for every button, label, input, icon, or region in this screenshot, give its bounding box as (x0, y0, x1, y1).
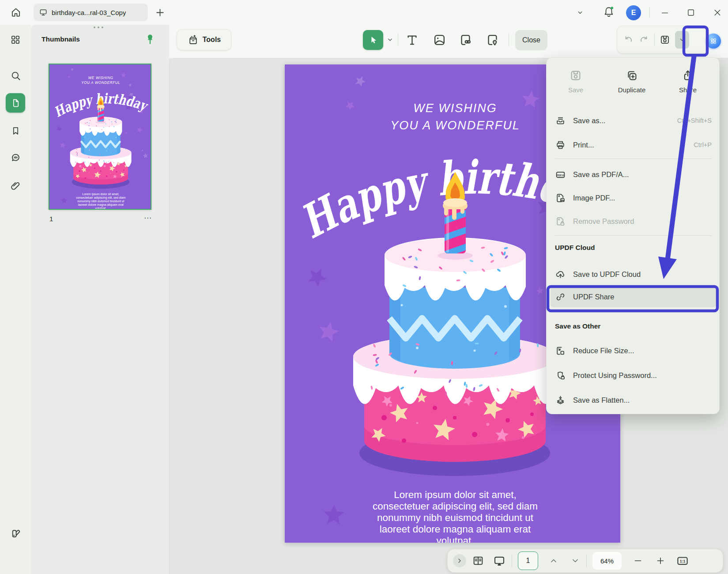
tools-button[interactable]: Tools (177, 29, 231, 50)
tab-title: birthday-ca...ral-03_Copy (52, 9, 126, 16)
zoom-out-button[interactable] (633, 555, 643, 566)
menu-item-updf-share[interactable]: UPDF Share (550, 288, 717, 306)
sidebar-item-stamps[interactable] (6, 523, 25, 543)
sidebar-item-apps[interactable] (6, 30, 25, 49)
pdfa-icon: PDF/A (555, 169, 566, 180)
zoom-in-button[interactable] (655, 555, 666, 566)
page-icon (10, 98, 21, 109)
two-page-view-icon[interactable] (472, 555, 484, 567)
notifications-button[interactable] (602, 5, 615, 19)
new-tab-button[interactable] (155, 7, 166, 18)
sidebar-item-bookmarks[interactable] (6, 121, 25, 140)
menu-section-save-as-other: Save as Other (555, 320, 600, 332)
comment-icon (10, 152, 22, 164)
menu-section-updf-cloud: UPDF Cloud (555, 242, 595, 254)
thumbnail-row-menu[interactable]: ⋯ (140, 213, 152, 223)
statusbar-divider (586, 554, 587, 567)
link-tool-button[interactable] (458, 33, 473, 47)
image-tool-button[interactable] (432, 33, 447, 47)
menu-item-remove-password[interactable]: Remove Password (550, 212, 717, 230)
select-tool-button[interactable] (363, 30, 383, 50)
tools-button-label: Tools (203, 36, 221, 44)
remove-password-icon (555, 216, 566, 227)
expand-statusbar-button[interactable] (453, 554, 466, 567)
ai-assistant-button[interactable] (706, 34, 721, 49)
avatar-initial: E (631, 9, 636, 17)
close-document-button[interactable]: Close (515, 30, 547, 50)
minimize-icon (660, 8, 670, 18)
notification-dot (611, 7, 613, 9)
minimize-button[interactable] (660, 8, 670, 18)
menu-duplicate-action[interactable]: Duplicate (605, 63, 658, 99)
menu-item-reduce-file-size[interactable]: Reduce File Size... (550, 342, 717, 359)
menu-item-save-as-pdfa[interactable]: PDF/A Save as PDF/A... (550, 166, 717, 183)
menu-item-save-as[interactable]: Save as... Ctrl+Shift+S (550, 112, 717, 129)
previous-page-button[interactable] (548, 555, 559, 566)
cloud-upload-icon (555, 269, 566, 280)
page-number-value: 1 (526, 557, 530, 565)
menu-divider (555, 159, 712, 159)
menu-item-protect-using-password[interactable]: Protect Using Password... (550, 366, 717, 384)
ai-sparkle-icon (709, 36, 718, 46)
sidebar-item-attachments[interactable] (6, 176, 25, 196)
menu-share-label: Share (679, 86, 697, 94)
sidebar-item-thumbnails[interactable] (6, 93, 25, 113)
pin-panel-button[interactable] (145, 34, 155, 47)
menu-save-action[interactable]: Save (549, 63, 602, 99)
sidebar-item-comments[interactable] (6, 148, 25, 167)
link-page-icon (458, 33, 473, 47)
page-number-input[interactable]: 1 (518, 551, 538, 570)
menu-item-save-to-updf-cloud[interactable]: Save to UPDF Cloud (550, 265, 717, 283)
menu-item-save-as-flatten[interactable]: Save as Flatten... (550, 391, 717, 409)
plus-icon (155, 7, 166, 18)
view-status-bar: 1 64% 1:1 (447, 549, 723, 573)
menu-duplicate-label: Duplicate (618, 86, 646, 94)
avatar[interactable]: E (626, 5, 641, 20)
save-options-expander[interactable] (675, 31, 689, 49)
actual-size-button[interactable]: 1:1 (676, 554, 689, 567)
pin-page-icon (485, 33, 500, 47)
maximize-button[interactable] (686, 8, 696, 18)
document-tab[interactable]: birthday-ca...ral-03_Copy (34, 4, 148, 21)
pin-icon (145, 34, 155, 45)
bookmark-icon (10, 125, 21, 136)
menu-share-action[interactable]: Share (661, 63, 714, 99)
location-tool-button[interactable] (485, 33, 500, 47)
home-button[interactable] (9, 5, 23, 19)
image-pdf-icon (555, 193, 566, 204)
presentation-mode-icon[interactable] (493, 554, 506, 567)
close-x-icon (712, 8, 723, 18)
zoom-level-input[interactable]: 64% (592, 552, 622, 570)
search-icon (10, 70, 22, 82)
statusbar-divider (512, 554, 512, 567)
palette-cards-icon (10, 527, 22, 539)
page-thumbnail-1[interactable] (49, 64, 151, 210)
updf-app-window: WE WISHING YOU A WONDERFUL Happy birthda… (0, 0, 728, 574)
save-toolbar-group (617, 26, 709, 54)
save-icon[interactable] (659, 34, 671, 45)
reduce-size-icon (555, 345, 566, 356)
undo-icon[interactable] (622, 34, 634, 45)
shortcut-hint: Ctrl+Shift+S (677, 117, 712, 124)
menu-save-label: Save (568, 86, 583, 94)
shortcut-hint: Ctrl+P (694, 141, 712, 148)
panel-drag-handle[interactable] (94, 26, 103, 28)
sidebar-item-search[interactable] (6, 66, 25, 85)
menu-item-print[interactable]: Print... Ctrl+P (550, 136, 717, 154)
redo-icon[interactable] (638, 34, 650, 45)
chevron-down-icon (575, 9, 585, 17)
home-icon (10, 7, 22, 18)
flatten-layers-icon (555, 395, 566, 406)
shield-lock-icon (555, 370, 566, 381)
bell-icon (602, 5, 615, 19)
close-window-button[interactable] (712, 8, 723, 18)
save-options-menu: Save Duplicate Share Save as... (546, 57, 720, 414)
next-page-button[interactable] (570, 555, 581, 566)
titlebar-collapse-button[interactable] (575, 9, 585, 17)
text-tool-button[interactable] (405, 33, 419, 47)
page-thumbnail-art (49, 64, 151, 209)
maximize-icon (686, 8, 696, 18)
select-tool-expander[interactable] (386, 36, 394, 44)
menu-item-image-pdf[interactable]: Image PDF... (550, 189, 717, 207)
thumbnail-page-number: 1 (49, 215, 53, 223)
